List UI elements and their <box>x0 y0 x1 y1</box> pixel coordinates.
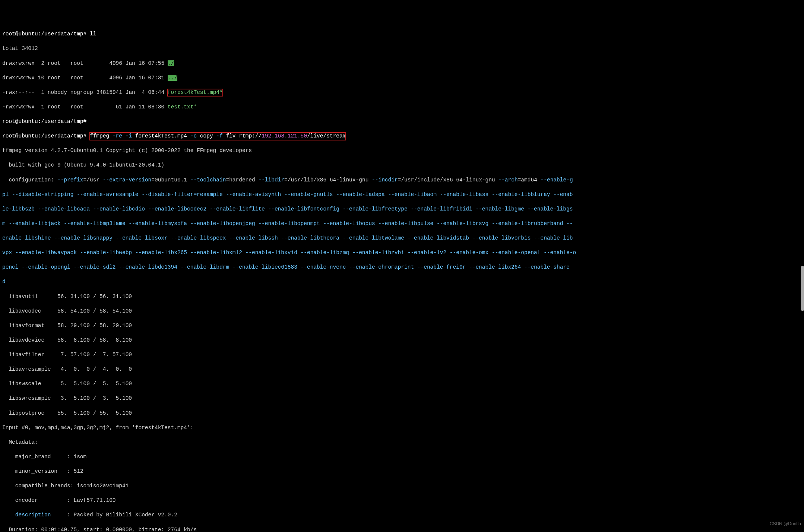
meta-kv: description : Packed by Bilibili XCoder … <box>2 512 802 519</box>
lib-version: libavresample 4. 0. 0 / 4. 0. 0 <box>2 366 802 373</box>
lib-version: libavfilter 7. 57.100 / 7. 57.100 <box>2 351 802 359</box>
ffmpeg-banner: ffmpeg version 4.2.7-0ubuntu0.1 Copyrigh… <box>2 147 802 155</box>
meta-kv: encoder : Lavf57.71.100 <box>2 497 802 504</box>
lib-version: libpostproc 55. 5.100 / 55. 5.100 <box>2 410 802 417</box>
ls-row: -rwxr--r-- 1 nobody nogroup 34815941 Jan… <box>2 89 802 96</box>
lib-version: libswresample 3. 5.100 / 3. 5.100 <box>2 395 802 402</box>
config-line: m --enable-libjack --enable-libmp3lame -… <box>2 220 802 228</box>
watermark: CSDN @Dontla <box>770 521 801 527</box>
ls-row: drwxrwxrwx 2 root root 4096 Jan 16 07:55… <box>2 60 802 67</box>
config-line: enable-libshine --enable-libsnappy --ena… <box>2 235 802 242</box>
input-header: Input #0, mov,mp4,m4a,3gp,3g2,mj2, from … <box>2 424 802 432</box>
lib-version: libavformat 58. 29.100 / 58. 29.100 <box>2 322 802 330</box>
duration-line: Duration: 00:01:40.75, start: 0.000000, … <box>2 526 802 532</box>
lib-version: libswscale 5. 5.100 / 5. 5.100 <box>2 380 802 388</box>
meta-kv: minor_version : 512 <box>2 468 802 475</box>
lib-version: libavdevice 58. 8.100 / 58. 8.100 <box>2 337 802 344</box>
config-line: pl --disable-stripping --enable-avresamp… <box>2 191 802 199</box>
ls-total: total 34012 <box>2 45 802 53</box>
metadata-label: Metadata: <box>2 439 802 446</box>
config-line: pencl --enable-opengl --enable-sdl2 --en… <box>2 264 802 271</box>
meta-kv: compatible_brands: isomiso2avc1mp41 <box>2 482 802 490</box>
ffmpeg-command-line[interactable]: root@ubuntu:/userdata/tmp# ffmpeg -re -i… <box>2 133 802 140</box>
meta-kv: major_brand : isom <box>2 453 802 461</box>
ls-row: -rwxrwxrwx 1 root root 61 Jan 11 08:30 t… <box>2 104 802 111</box>
lib-version: libavutil 56. 31.100 / 56. 31.100 <box>2 293 802 301</box>
config-line: vpx --enable-libwavpack --enable-libwebp… <box>2 249 802 257</box>
lib-version: libavcodec 58. 54.100 / 58. 54.100 <box>2 308 802 315</box>
scrollbar-thumb[interactable] <box>801 266 804 311</box>
ls-row: drwxrwxrwx 10 root root 4096 Jan 16 07:3… <box>2 75 802 82</box>
prompt-line[interactable]: root@ubuntu:/userdata/tmp# ll <box>2 31 802 38</box>
config-line: d <box>2 278 802 286</box>
ffmpeg-built: built with gcc 9 (Ubuntu 9.4.0-1ubuntu1~… <box>2 162 802 169</box>
config-line: configuration: --prefix=/usr --extra-ver… <box>2 177 802 184</box>
prompt-idle[interactable]: root@ubuntu:/userdata/tmp# <box>2 118 802 126</box>
config-line: le-libbs2b --enable-libcaca --enable-lib… <box>2 206 802 213</box>
